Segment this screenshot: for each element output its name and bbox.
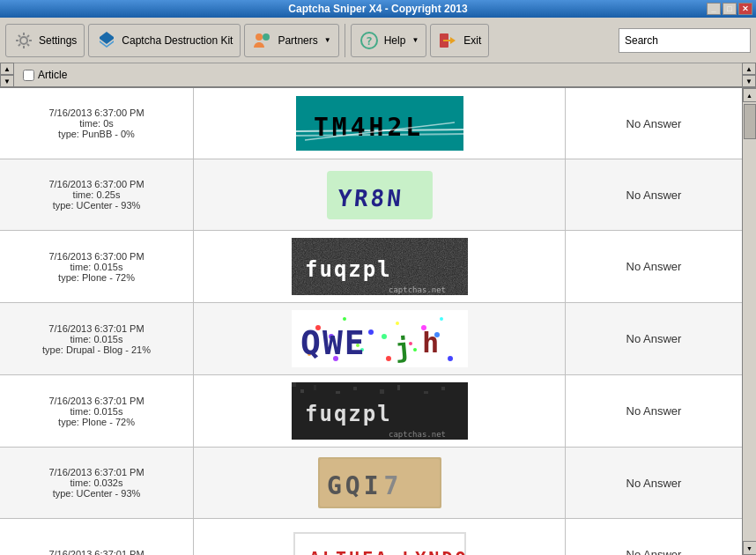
close-button[interactable]: ✕ (738, 3, 752, 15)
row-info: 7/16/2013 6:37:00 PM time: 0.015s type: … (0, 231, 194, 302)
toolbar: Settings Captcha Destruction Kit Partner… (0, 18, 756, 63)
svg-text:h: h (422, 326, 439, 359)
svg-text:ALTHEA  LYNDON: ALTHEA LYNDON (309, 547, 468, 556)
row-date: 7/16/2013 6:37:01 PM (48, 549, 144, 555)
table-row: 7/16/2013 6:37:01 PM time: 0.032s type: … (0, 448, 742, 519)
row-answer: No Answer (566, 519, 742, 555)
window-title: Captcha Sniper X4 - Copyright 2013 (288, 3, 467, 15)
help-button[interactable]: ? Help ▼ (351, 24, 427, 57)
svg-point-29 (386, 356, 391, 361)
table-row: 7/16/2013 6:37:00 PM time: 0.015s type: … (0, 231, 742, 303)
svg-point-30 (413, 348, 417, 352)
svg-point-21 (343, 317, 346, 321)
svg-point-23 (396, 322, 399, 325)
minimize-button[interactable]: _ (707, 3, 721, 15)
exit-label: Exit (463, 34, 481, 47)
captcha-image: ALTHEA LYNDON (292, 530, 468, 556)
row-answer: No Answer (566, 159, 742, 230)
svg-rect-43 (292, 382, 296, 387)
svg-rect-48 (380, 389, 384, 394)
help-icon: ? (359, 30, 380, 51)
svg-point-31 (448, 356, 453, 361)
captcha-image-cell: GQI7 (194, 448, 566, 518)
row-answer: No Answer (566, 88, 742, 159)
captcha-image-cell: fuqzpl captchas.net (194, 375, 566, 447)
destruction-kit-button[interactable]: Captcha Destruction Kit (88, 24, 241, 57)
window-controls[interactable]: _ □ ✕ (707, 3, 752, 15)
main-area: 7/16/2013 6:37:00 PM time: 0s type: PunB… (0, 88, 756, 555)
scroll-right-up-button[interactable]: ▲ (742, 63, 756, 75)
destruction-kit-label: Captcha Destruction Kit (122, 34, 233, 47)
svg-point-0 (20, 37, 27, 44)
svg-point-1 (256, 33, 263, 41)
row-type: type: Drupal - Blog - 21% (42, 344, 151, 355)
row-type: type: PunBB - 0% (48, 129, 144, 139)
row-date: 7/16/2013 6:37:00 PM (48, 179, 144, 189)
captcha-image-cell: QWE j h (194, 303, 566, 374)
row-answer: No Answer (566, 375, 742, 447)
row-answer: No Answer (566, 303, 742, 374)
captcha-image: QWE j h (292, 310, 468, 367)
captcha-image-cell: TM4H2L (194, 88, 566, 159)
captcha-image: TM4H2L (296, 96, 463, 151)
partners-button[interactable]: Partners ▼ (244, 24, 338, 57)
settings-button[interactable]: Settings (5, 24, 85, 57)
article-column-header: Article (38, 69, 67, 81)
captcha-image-cell: YR8N (194, 159, 566, 230)
svg-rect-50 (424, 391, 428, 394)
row-info: 7/16/2013 6:37:01 PM time: 0.015s type: … (0, 303, 194, 374)
row-time: time: 0.032s (48, 477, 144, 488)
scroll-up-button[interactable]: ▲ (743, 88, 757, 102)
settings-label: Settings (39, 34, 77, 47)
exit-button[interactable]: Exit (430, 24, 489, 57)
row-type: type: Plone - 72% (48, 272, 144, 283)
svg-text:QWE: QWE (300, 323, 367, 362)
scroll-down-button[interactable]: ▼ (743, 541, 757, 555)
partners-icon (252, 30, 273, 51)
scrollbar-track[interactable] (743, 102, 756, 541)
row-answer: No Answer (566, 448, 742, 518)
row-info: 7/16/2013 6:37:01 PM (0, 519, 194, 555)
svg-rect-45 (314, 385, 316, 390)
vertical-scrollbar[interactable]: ▲ ▼ (742, 88, 756, 555)
partners-dropdown-arrow: ▼ (324, 36, 331, 44)
svg-rect-46 (336, 391, 340, 394)
svg-text:captchas.net: captchas.net (389, 430, 446, 439)
row-type: type: Plone - 72% (48, 417, 144, 427)
svg-text:YR8N: YR8N (336, 185, 404, 211)
row-date: 7/16/2013 6:37:01 PM (48, 396, 144, 406)
row-type: type: UCenter - 93% (48, 200, 144, 211)
exit-icon (438, 30, 459, 51)
table-header-bar: ▲ ▼ Article ▲ ▼ (0, 63, 756, 88)
scrollbar-thumb[interactable] (744, 104, 756, 139)
svg-point-2 (263, 33, 270, 41)
captcha-image: fuqzpl captchas.net (292, 382, 468, 440)
table-row: 7/16/2013 6:37:00 PM time: 0s type: PunB… (0, 88, 742, 159)
captcha-image-cell: ALTHEA LYNDON (194, 519, 566, 555)
settings-icon (13, 30, 34, 51)
search-input[interactable] (619, 28, 751, 53)
row-time: time: 0.25s (48, 189, 144, 200)
svg-text:?: ? (366, 34, 373, 48)
table-row: 7/16/2013 6:37:01 PM time: 0.015s type: … (0, 303, 742, 375)
scroll-down-button[interactable]: ▼ (0, 75, 14, 87)
row-time: time: 0.015s (48, 262, 144, 272)
svg-rect-49 (397, 385, 400, 390)
maximize-button[interactable]: □ (723, 3, 737, 15)
row-time: time: 0s (48, 118, 144, 129)
select-all-checkbox[interactable] (23, 70, 34, 81)
captcha-image: GQI7 (318, 457, 441, 508)
row-answer: No Answer (566, 231, 742, 302)
captcha-image: fuqzpl captchas.net (292, 238, 468, 295)
table-row: 7/16/2013 6:37:00 PM time: 0.25s type: U… (0, 159, 742, 231)
svg-point-25 (440, 317, 443, 321)
scroll-up-button[interactable]: ▲ (0, 63, 14, 75)
toolbar-separator (345, 24, 345, 57)
svg-point-35 (382, 334, 387, 339)
row-date: 7/16/2013 6:37:01 PM (42, 323, 151, 334)
svg-text:fuqzpl: fuqzpl (305, 402, 392, 426)
table-row: 7/16/2013 6:37:01 PM ALTHEA LYNDON No An… (0, 519, 742, 555)
scroll-right-down-button[interactable]: ▼ (742, 75, 756, 87)
svg-text:GQI7: GQI7 (327, 471, 402, 500)
captcha-image-cell: fuqzpl captchas.net (194, 231, 566, 302)
